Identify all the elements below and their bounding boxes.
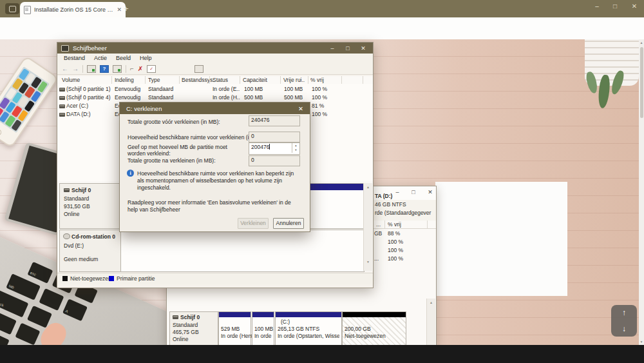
toolbar: ← → ? ⌐ ✗ ✓ <box>57 63 373 75</box>
toolbar-window-icon[interactable] <box>87 65 96 73</box>
w1-scrollbar[interactable]: ▲ ▼ <box>363 183 372 271</box>
menubar: Bestand Actie Beeld Help <box>57 54 373 63</box>
browser-close-button[interactable]: ✕ <box>627 3 641 10</box>
window2-close-button[interactable]: ✕ <box>424 189 437 195</box>
toolbar-delete-icon[interactable]: ✗ <box>138 65 143 73</box>
tab-close-icon[interactable]: ✕ <box>117 6 122 13</box>
menu-actie[interactable]: Actie <box>94 55 107 62</box>
w2-row-cell: GB <box>374 230 382 237</box>
disk0-label: Schijf 0 Standaard 931,50 GB Online <box>59 183 122 229</box>
window1-title: Schijfbeheer <box>73 44 323 52</box>
info-text: Hoeveelheid beschikbare ruimte voor verk… <box>137 170 301 191</box>
menu-beeld[interactable]: Beeld <box>116 55 131 62</box>
window1-titlebar: Schijfbeheer – □ ✕ <box>57 43 373 54</box>
spin-down-icon: ▾ <box>292 148 299 152</box>
window1-minimize-button[interactable]: – <box>327 45 338 52</box>
iphone-photo <box>0 55 59 148</box>
disk-management-app-icon <box>61 45 69 52</box>
spinner-control[interactable]: ▴ ▾ <box>292 143 299 153</box>
page-icon <box>24 6 31 14</box>
toolbar-check-icon[interactable]: ✓ <box>147 65 156 73</box>
menu-help[interactable]: Help <box>140 55 152 62</box>
w2-partition-recovery[interactable]: 529 MB In orde (Herste <box>218 311 251 347</box>
w2-partition-efi[interactable]: 100 MB In orde (EF <box>252 311 274 347</box>
browser-minimize-button[interactable]: – <box>590 3 604 10</box>
volume-row[interactable]: (Schijf 0 partitie 1) Eenvoudig Standaar… <box>57 85 373 93</box>
cdrom-area <box>120 230 365 272</box>
scroll-down-icon[interactable]: ↓ <box>622 324 626 333</box>
browser-tab[interactable]: Installatie Zorin OS 15 Core naa... ✕ <box>20 2 126 17</box>
photo-white-area <box>435 182 567 296</box>
field-label: Totale grootte na verkleinen (in MB): <box>128 157 216 164</box>
toolbar-forward-icon[interactable]: → <box>72 65 79 73</box>
browser-titlebar: Installatie Zorin OS 15 Core naa... ✕ + … <box>0 0 644 17</box>
scrollbar-down-icon: ▼ <box>639 340 644 344</box>
toolbar-back-icon[interactable]: ← <box>62 65 68 73</box>
w2-row-cell: 100 % <box>388 247 403 253</box>
volume-row[interactable]: (Schijf 0 partitie 4) Eenvoudig Standaar… <box>57 93 373 102</box>
tab-title: Installatie Zorin OS 15 Core naa... <box>34 6 113 13</box>
available-space-field: 0 <box>249 132 300 142</box>
page-scrollbar[interactable]: ▲ ▼ <box>639 39 644 345</box>
browser-maximize-button[interactable]: □ <box>608 3 622 10</box>
new-tab-button[interactable]: + <box>124 4 129 14</box>
w2-row-cell: 100 % <box>388 239 403 245</box>
bookmarks-bar: MInbox - joannes.vdh... fFacebook OE-mai… <box>0 30 644 40</box>
field-label: Totale grootte vóór verkleinen (in MB): <box>128 119 220 125</box>
shrink-dialog[interactable]: C: verkleinen ✕ Totale grootte vóór verk… <box>119 102 310 232</box>
toolbar-help-icon[interactable]: ? <box>100 65 109 73</box>
window1-close-button[interactable]: ✕ <box>357 45 369 52</box>
dialog-title: C: verkleinen <box>126 105 298 112</box>
toolbar-properties-icon[interactable] <box>194 65 204 73</box>
toolbar-window2-icon[interactable] <box>113 65 122 73</box>
dialog-titlebar: C: verkleinen ✕ <box>120 103 310 114</box>
help-text: Raadpleeg voor meer informatie 'Een basi… <box>128 199 303 213</box>
cancel-button[interactable]: Annuleren <box>273 218 304 229</box>
field-label: Hoeveelheid beschikbare ruimte voor verk… <box>128 134 265 141</box>
legend-bar: Niet-toegewezen Primaire partitie <box>57 273 373 284</box>
w2-scrollbar[interactable]: ▲ <box>426 299 435 346</box>
scroll-up-icon[interactable]: ↑ <box>622 308 626 317</box>
w2-partition-unallocated[interactable]: 200,00 GB Niet-toegewezen <box>342 311 406 347</box>
dialog-close-icon[interactable]: ✕ <box>298 105 303 112</box>
total-before-field: 240476 <box>249 115 300 126</box>
w2-row-cell: ... <box>374 255 379 262</box>
scrollbar-thumb <box>640 47 643 118</box>
shrink-button[interactable]: Verkleinen <box>238 218 269 229</box>
shrink-amount-input[interactable]: 200476 ▴ ▾ <box>249 142 300 155</box>
tab-actions-icon[interactable] <box>5 3 19 14</box>
scrollbar-up-icon: ▲ <box>639 41 644 44</box>
w2-row-cell: 88 % <box>388 230 400 237</box>
spin-up-icon: ▴ <box>292 143 299 148</box>
cdrom-label: Cd-rom-station 0 Dvd (E:) Geen medium <box>59 230 122 272</box>
window1-maximize-button[interactable]: □ <box>342 45 354 52</box>
w2-disk0-label: Schijf 0 Standaard 465,75 GB Online <box>169 311 218 347</box>
toolbar-popup-icon[interactable]: ⌐ <box>130 65 134 73</box>
window2-minimize-button[interactable]: – <box>391 189 404 195</box>
w2-row-cell: 100 % <box>388 255 403 262</box>
w2-partition-c[interactable]: (C:) 265,13 GB NTFS In orde (Opstarten, … <box>275 311 342 347</box>
total-after-field: 0 <box>249 155 300 166</box>
taskbar <box>0 345 644 363</box>
menu-bestand[interactable]: Bestand <box>64 55 85 62</box>
info-icon: i <box>127 170 134 177</box>
field-label: Geef op met hoeveel MB de partitie moet … <box>128 144 247 157</box>
window2-maximize-button[interactable]: □ <box>407 189 420 195</box>
scroll-widget[interactable]: ↑ ↓ <box>611 305 637 337</box>
browser-toolbar: ← → ↻ https://zorin-os-nederlands-en-and… <box>0 17 644 31</box>
